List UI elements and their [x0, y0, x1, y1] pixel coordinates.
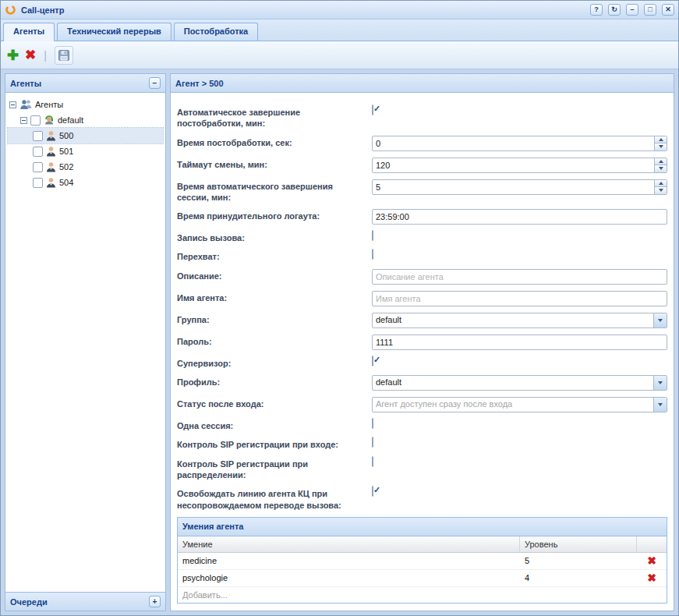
agent-502-checkbox[interactable] — [33, 162, 43, 172]
auto-finish-postprocessing-checkbox[interactable] — [372, 104, 373, 115]
column-header-level[interactable]: Уровень — [520, 536, 637, 552]
close-button[interactable]: ✕ — [662, 4, 674, 16]
skill-row[interactable]: psychologie 4 ✖ — [178, 570, 667, 587]
field-label: Описание: — [177, 269, 372, 281]
tab-agents[interactable]: Агенты — [3, 23, 55, 41]
field-label: Таймаут смены, мин: — [177, 158, 372, 170]
shift-timeout-input[interactable] — [372, 158, 667, 173]
expand-queues-button[interactable]: + — [149, 596, 161, 607]
skill-level-cell: 4 — [520, 572, 637, 584]
combo-dropdown-icon[interactable] — [653, 313, 667, 327]
shift-timeout-field — [372, 158, 667, 173]
expander-minus-icon[interactable] — [9, 101, 16, 108]
tree-root-agents[interactable]: Агенты — [8, 97, 163, 112]
tab-technical-break[interactable]: Технический перерыв — [57, 23, 172, 41]
arrow-down-icon — [658, 381, 663, 384]
tab-postprocessing[interactable]: Постобработка — [174, 23, 258, 41]
collapse-panel-button[interactable]: − — [149, 77, 161, 89]
form-row: Профиль: default — [177, 375, 667, 391]
password-input[interactable] — [372, 335, 667, 350]
skills-header: Умения агента — [178, 518, 667, 536]
release-line-checkbox[interactable] — [372, 486, 373, 497]
agent-name-input[interactable] — [372, 291, 667, 306]
sip-check-login-checkbox[interactable] — [372, 437, 373, 448]
combo-dropdown-icon[interactable] — [653, 376, 667, 390]
spinner-buttons — [654, 136, 667, 150]
queues-collapsed-panel[interactable]: Очереди + — [5, 592, 165, 611]
tree-agent-501[interactable]: 501 — [8, 143, 163, 159]
tree-agent-502[interactable]: 502 — [8, 159, 163, 175]
field-label: Статус после входа: — [177, 397, 372, 409]
field-label: Автоматическое завершение постобработки,… — [177, 105, 372, 129]
description-input[interactable] — [372, 269, 667, 285]
profile-combo[interactable]: default — [372, 375, 667, 391]
form-row: Перехват: — [177, 250, 667, 262]
group-combo-value: default — [373, 313, 653, 327]
add-skill-row[interactable]: Добавить... — [178, 587, 667, 603]
delete-skill-button[interactable]: ✖ — [637, 554, 667, 568]
agent-form: Автоматическое завершение постобработки,… — [171, 93, 674, 611]
help-button[interactable]: ? — [590, 4, 603, 16]
queues-title: Очереди — [10, 597, 48, 607]
supervisor-checkbox[interactable] — [372, 356, 373, 366]
delete-agent-icon[interactable]: ✖ — [25, 48, 36, 62]
expander-minus-icon[interactable] — [20, 117, 27, 124]
agent-details-panel: Агент > 500 Автоматическое завершение по… — [170, 73, 674, 611]
agent-skills-grid: Умения агента Умение Уровень medicine 5 … — [177, 517, 667, 604]
call-center-window: Call-центр ? ↻ – □ ✕ Агенты Технический … — [0, 0, 679, 616]
form-row: Время принудительного логаута: — [177, 209, 667, 225]
interception-checkbox[interactable] — [372, 249, 373, 260]
field-label: Контроль SIP регистрации при входе: — [177, 437, 372, 450]
field-label: Время принудительного логаута: — [177, 209, 372, 221]
spin-down-button[interactable] — [655, 143, 667, 150]
window-title: Call-центр — [21, 5, 585, 15]
field-label: Профиль: — [177, 375, 372, 388]
forced-logout-time-input[interactable] — [372, 209, 667, 225]
combo-dropdown-icon[interactable] — [653, 398, 667, 412]
arrow-down-icon — [658, 403, 663, 406]
headset-group-icon — [44, 115, 55, 126]
spin-down-button[interactable] — [655, 186, 667, 194]
login-status-combo[interactable]: Агент доступен сразу после входа — [372, 397, 667, 412]
field-label: Перехват: — [177, 250, 372, 262]
arrow-up-icon — [659, 138, 663, 141]
group-combo[interactable]: default — [372, 313, 667, 328]
maximize-button[interactable]: □ — [644, 4, 656, 16]
add-agent-icon[interactable]: ✚ — [7, 48, 19, 62]
save-button[interactable] — [55, 46, 73, 65]
agent-504-checkbox[interactable] — [33, 178, 43, 188]
refresh-button[interactable]: ↻ — [608, 4, 621, 16]
sip-check-distribution-checkbox[interactable] — [372, 456, 373, 467]
agent-panel-title: Агент > 500 — [175, 79, 224, 88]
form-row: Контроль SIP регистрации при входе: — [177, 437, 667, 450]
spin-up-button[interactable] — [655, 158, 667, 165]
call-recording-checkbox[interactable] — [372, 230, 373, 241]
tree-group-default[interactable]: default — [8, 112, 163, 128]
tree-agent-500[interactable]: 500 — [8, 128, 163, 143]
toolbar: ✚ ✖ | — [1, 41, 678, 69]
tree-agent-504[interactable]: 504 — [8, 175, 163, 190]
spin-up-button[interactable] — [655, 180, 667, 187]
tree-agent-label: 500 — [59, 131, 73, 140]
column-header-skill[interactable]: Умение — [178, 536, 520, 552]
skill-row[interactable]: medicine 5 ✖ — [178, 553, 667, 570]
agents-sidebar: Агенты − Агенты — [5, 73, 166, 611]
spin-down-button[interactable] — [655, 165, 667, 172]
spin-up-button[interactable] — [655, 136, 667, 143]
minimize-button[interactable]: – — [626, 4, 638, 16]
session-auto-finish-input[interactable] — [372, 179, 667, 195]
postprocessing-time-input[interactable] — [372, 136, 667, 151]
field-label: Одна сессия: — [177, 419, 372, 431]
toolbar-separator: | — [44, 49, 47, 62]
single-session-checkbox[interactable] — [372, 418, 373, 429]
agent-500-checkbox[interactable] — [33, 131, 43, 141]
agent-panel-header: Агент > 500 — [171, 74, 674, 93]
field-label: Запись вызова: — [177, 231, 372, 243]
app-logo-icon — [5, 4, 17, 16]
form-row: Контроль SIP регистрации при распределен… — [177, 457, 667, 481]
agent-501-checkbox[interactable] — [33, 147, 43, 157]
group-default-checkbox[interactable] — [30, 115, 41, 126]
delete-skill-button[interactable]: ✖ — [637, 571, 667, 585]
tree-agent-label: 504 — [59, 178, 73, 187]
sidebar-title: Агенты — [10, 79, 41, 88]
